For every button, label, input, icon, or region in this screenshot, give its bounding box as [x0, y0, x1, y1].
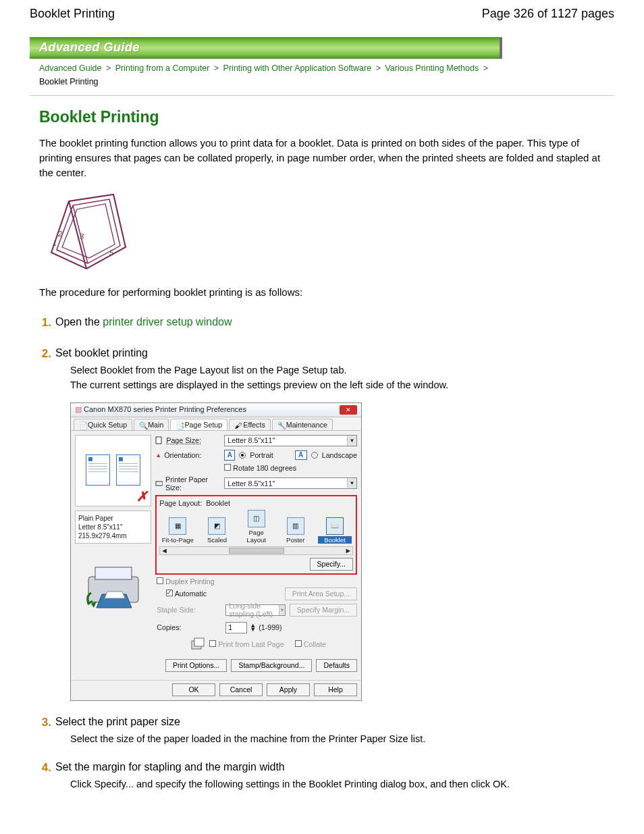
layout-scrollbar[interactable]: ◄►	[159, 546, 353, 555]
page-layout-label: Page Layout:	[159, 499, 202, 507]
svg-text:2: 2	[57, 230, 62, 238]
landscape-icon: A	[295, 450, 307, 460]
tab-effects[interactable]: 🖌Effects	[229, 419, 270, 430]
unfold-icon: ✗	[136, 488, 148, 504]
duplex-checkbox[interactable]	[157, 577, 163, 584]
stamp-background-button[interactable]: Stamp/Background...	[231, 659, 312, 672]
printer-paper-size-combo[interactable]: Letter 8.5"x11"▼	[224, 477, 357, 489]
breadcrumb-separator: >	[374, 63, 385, 73]
step-text: Select the size of the paper loaded in t…	[55, 732, 605, 747]
radio-portrait[interactable]	[239, 452, 246, 459]
chevron-down-icon: ▼	[347, 478, 356, 488]
breadcrumb: Advanced Guide > Printing from a Compute…	[30, 59, 614, 94]
page-title: Booklet Printing	[39, 108, 605, 126]
close-icon[interactable]: ✕	[340, 405, 357, 415]
tab-quick-setup[interactable]: 📄Quick Setup	[74, 419, 132, 430]
spinner-icon[interactable]: ▲▼	[250, 623, 256, 631]
step-title: Open the printer driver setup window	[55, 316, 605, 328]
help-button[interactable]: Help	[314, 683, 357, 696]
collate-checkbox[interactable]	[295, 640, 302, 647]
page-size-icon	[155, 436, 163, 444]
tab-main[interactable]: 🔍Main	[134, 419, 169, 430]
tab-page-setup[interactable]: 📑Page Setup	[170, 419, 227, 430]
procedure-lead: The procedure for performing booklet pri…	[39, 285, 605, 300]
breadcrumb-link[interactable]: Printing from a Computer	[115, 63, 210, 73]
banner: Advanced Guide	[30, 37, 502, 59]
page-size-label: Page Size:	[166, 436, 201, 444]
svg-rect-5	[95, 567, 132, 579]
step-number: 2.	[39, 347, 55, 361]
settings-preview: ✗	[75, 435, 151, 506]
svg-text:3: 3	[80, 232, 84, 240]
breadcrumb-link[interactable]: Various Printing Methods	[385, 63, 479, 73]
svg-rect-12	[194, 638, 204, 646]
step-number: 1.	[39, 316, 55, 330]
booklet-illustration: 1 2 3 5	[39, 188, 140, 276]
layout-fit-to-page[interactable]: ▦Fit-to-Page	[161, 517, 194, 544]
page-size-combo[interactable]: Letter 8.5"x11"▼	[224, 435, 357, 446]
print-from-last-checkbox[interactable]	[209, 640, 216, 647]
breadcrumb-separator: >	[212, 63, 223, 73]
printer-driver-link[interactable]: printer driver setup window	[103, 316, 232, 328]
page-layout-section: Page Layout: Booklet ▦Fit-to-Page ◩Scale…	[155, 495, 357, 575]
specify-button[interactable]: Specify...	[310, 558, 353, 571]
breadcrumb-separator: >	[481, 63, 490, 73]
breadcrumb-separator: >	[104, 63, 115, 73]
separator	[30, 95, 614, 96]
cancel-button[interactable]: Cancel	[219, 683, 263, 696]
printer-illustration	[75, 544, 151, 630]
intro-paragraph: The booklet printing function allows you…	[39, 136, 605, 180]
portrait-icon: A	[224, 450, 235, 461]
rotate-180-checkbox[interactable]	[224, 464, 231, 471]
svg-rect-10	[156, 481, 163, 486]
radio-landscape[interactable]	[311, 452, 318, 459]
step-text: Select Booklet from the Page Layout list…	[55, 363, 605, 393]
media-info: Plain Paper Letter 8.5"x11" 215.9x279.4m…	[75, 511, 151, 544]
specify-margin-button[interactable]: Specify Margin...	[290, 604, 357, 617]
copies-input[interactable]	[225, 622, 247, 633]
copies-icon	[190, 637, 205, 652]
breadcrumb-current: Booklet Printing	[39, 77, 99, 86]
tab-maintenance[interactable]: 🔧Maintenance	[272, 419, 333, 430]
svg-rect-9	[156, 437, 161, 444]
printer-paper-icon	[155, 479, 163, 488]
apply-button[interactable]: Apply	[267, 683, 310, 696]
page-indicator: Page 326 of 1127 pages	[482, 7, 614, 21]
orientation-label: Orientation:	[164, 451, 201, 459]
staple-side-label: Staple Side:	[157, 606, 221, 614]
dialog-title: ▧ Canon MX870 series Printer Printing Pr…	[75, 405, 246, 414]
layout-poster[interactable]: ▥Poster	[279, 517, 313, 544]
svg-marker-7	[105, 592, 125, 598]
print-area-setup-button[interactable]: Print Area Setup...	[285, 588, 357, 600]
printer-preferences-dialog: ▧ Canon MX870 series Printer Printing Pr…	[70, 402, 362, 701]
step-number: 3.	[39, 716, 55, 729]
layout-booklet[interactable]: 📖Booklet	[318, 517, 352, 544]
layout-scaled[interactable]: ◩Scaled	[200, 517, 234, 544]
step-number: 4.	[39, 761, 55, 775]
staple-side-combo: Long-side stapling (Left)▼	[225, 604, 286, 616]
doc-title: Booklet Printing	[30, 7, 115, 21]
breadcrumb-link[interactable]: Advanced Guide	[39, 63, 101, 73]
copies-label: Copies:	[157, 623, 221, 631]
svg-text:5: 5	[109, 249, 114, 257]
dialog-tabs: 📄Quick Setup 🔍Main 📑Page Setup 🖌Effects …	[71, 417, 361, 431]
chevron-down-icon: ▼	[279, 605, 285, 615]
chevron-down-icon: ▼	[347, 436, 356, 446]
defaults-button[interactable]: Defaults	[316, 659, 357, 672]
step-title: Set booklet printing	[55, 347, 605, 359]
print-options-button[interactable]: Print Options...	[165, 659, 227, 672]
step-text: Click Specify... and specify the followi…	[55, 777, 605, 792]
ok-button[interactable]: OK	[172, 683, 215, 696]
layout-page-layout[interactable]: ◫Page Layout	[240, 510, 273, 544]
breadcrumb-link[interactable]: Printing with Other Application Software	[223, 63, 372, 73]
step-title: Set the margin for stapling and the marg…	[55, 761, 605, 773]
svg-text:1: 1	[53, 239, 57, 247]
automatic-checkbox[interactable]	[166, 590, 173, 596]
step-title: Select the print paper size	[55, 716, 605, 728]
